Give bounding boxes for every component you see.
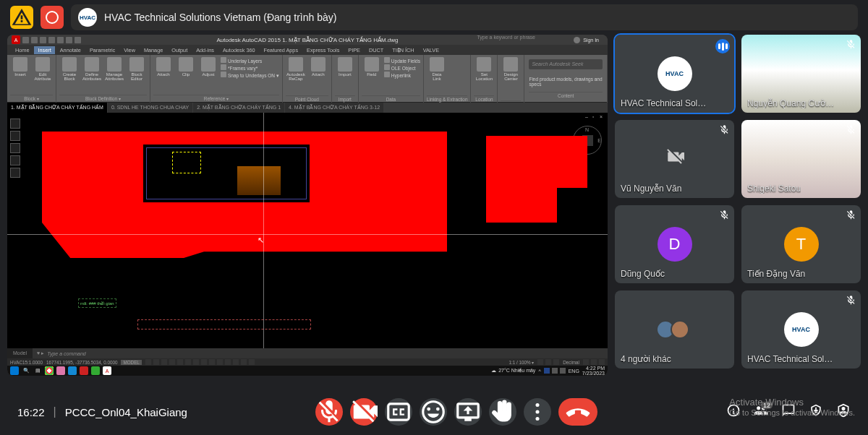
ribbon-tab[interactable]: Parametric [86, 47, 119, 53]
ribbon-tab[interactable]: Featured Apps [260, 47, 302, 53]
present-button[interactable] [454, 398, 482, 426]
ribbon-group[interactable]: DataLinkLinking & Extraction [424, 55, 471, 103]
captions-button[interactable] [385, 398, 412, 426]
canvas-window-buttons[interactable]: –▫× [585, 114, 605, 119]
drawing-canvas[interactable]: –▫× NE mã: ### thời gian ↖ [7, 113, 608, 348]
drawing-tab[interactable]: 0. SDNL HE THONG CHUA CHAY [108, 103, 192, 113]
status-icons[interactable] [145, 359, 255, 365]
ribbon-group[interactable]: Search Autodesk SeekFind product models,… [524, 55, 608, 103]
zalo-icon[interactable] [68, 366, 77, 375]
status-bar[interactable]: HVAC15:1.0000 167741.1995, -37736.5034, … [7, 358, 608, 366]
sign-in[interactable]: Sign In [574, 35, 599, 45]
ribbon-tab[interactable]: VALVE [420, 47, 443, 53]
drawing-annotation: mã: ### thời gian [78, 298, 116, 308]
start-icon[interactable] [10, 366, 19, 375]
ribbon-group[interactable]: AttachClipAdjustUnderlay Layers*Frames v… [150, 55, 283, 103]
participant-tile[interactable]: Shigeki Satou [741, 120, 861, 198]
ribbon-group[interactable]: CreateBlockDefineAttributesManageAttribu… [56, 55, 150, 103]
ribbon-tab[interactable]: TIỆN ÍCH [388, 47, 417, 53]
anno-scale[interactable]: 1:1 / 100% ▾ [509, 360, 534, 365]
company-logo: HVAC [658, 56, 692, 91]
drawing-tab[interactable]: 4. MẶT BẰNG CHỮA CHÁY TẦNG 3-12 [285, 103, 383, 113]
ribbon-tab[interactable]: Autodesk 360 [219, 47, 259, 53]
task-view-icon[interactable]: ▤ [33, 366, 42, 375]
participant-tile[interactable]: DDũng Quốc [615, 205, 734, 283]
app-icon[interactable] [91, 366, 100, 375]
language-indicator[interactable]: ENG [569, 369, 579, 374]
svg-point-2 [536, 417, 540, 421]
autocad-window: A Autodesk AutoCAD 2015 1. MẶT BẰNG CHỮA… [7, 35, 608, 376]
ribbon-group[interactable]: AutodeskReCapAttachPoint Cloud [283, 55, 332, 103]
ribbon-tab[interactable]: Express Tools [303, 47, 343, 53]
search-icon[interactable]: 🔍 [22, 366, 30, 375]
participant-tile[interactable]: HVACHVAC Technical Sol… [615, 35, 734, 113]
muted-icon [719, 124, 730, 137]
participant-tile[interactable]: HVACHVAC Technical Sol… [741, 290, 861, 369]
participant-tile[interactable]: 4 người khác [615, 290, 734, 369]
app-icon[interactable] [80, 366, 88, 375]
participant-tile[interactable]: TTiến Đặng Văn [741, 205, 861, 283]
clock[interactable]: 4:22 PM 7/23/2023 [582, 366, 605, 376]
ribbon-tab[interactable]: Insert [34, 46, 54, 54]
mic-button[interactable] [315, 398, 343, 426]
crosshair-h [7, 234, 608, 235]
autocad-taskbar-icon[interactable]: A [103, 366, 111, 375]
weather-widget[interactable]: ☁ 27°C Nhiều mây [491, 368, 535, 374]
chrome-icon[interactable] [45, 366, 54, 375]
muted-icon [719, 210, 730, 223]
crosshair-v [263, 113, 264, 348]
windows-taskbar[interactable]: 🔍 ▤ A ☁ 27°C Nhiều mây ^ ENG 4:22 PM 7/2… [7, 366, 608, 376]
ribbon-group[interactable]: DesignCenter [498, 55, 524, 103]
tool-palette[interactable] [10, 119, 22, 178]
ribbon-tab[interactable]: Manage [140, 47, 166, 53]
ribbon-tab[interactable]: View [120, 47, 139, 53]
more-button[interactable] [524, 398, 551, 426]
autocad-titlebar: A Autodesk AutoCAD 2015 1. MẶT BẰNG CHỮA… [7, 35, 608, 45]
ribbon-group[interactable]: ImportImport [332, 55, 359, 103]
ribbon-tabs[interactable]: HomeInsertAnnotateParametricViewManageOu… [7, 45, 608, 55]
speaking-icon [715, 39, 730, 53]
ribbon[interactable]: InsertEditAttributeBlock ▾CreateBlockDef… [7, 55, 608, 103]
participant-name: Dũng Quốc [621, 269, 665, 279]
record-button[interactable] [41, 6, 64, 29]
explorer-icon[interactable] [56, 366, 65, 375]
quick-access-toolbar[interactable]: A [12, 35, 81, 45]
ribbon-tab[interactable]: DUCT [365, 47, 387, 53]
raise-hand-button[interactable] [489, 398, 516, 426]
leave-button[interactable] [558, 398, 597, 426]
command-line[interactable]: Model ♥ ▸ Type a command [7, 348, 608, 358]
coordinates: 167741.1995, -37736.5034, 0.0000 [46, 360, 117, 365]
participant-name: Vũ Nguyễn Văn [621, 184, 681, 194]
avatar-letter: T [784, 227, 819, 262]
model-tab[interactable]: Model [7, 348, 33, 358]
space-mode[interactable]: MODEL [121, 360, 141, 365]
participant-tile[interactable]: Nguyễn Quang Cườ… [741, 35, 861, 113]
units[interactable]: Decimal [563, 360, 579, 365]
participant-name: HVAC Technical Sol… [747, 354, 833, 364]
ribbon-tab[interactable]: Output [168, 47, 191, 53]
drawing-tab[interactable]: 2. MẶT BẰNG CHỮA CHÁY TẦNG 1 [193, 103, 284, 113]
ribbon-tab[interactable]: Add-ins [192, 47, 218, 53]
file-tabs[interactable]: 1. MẶT BẰNG CHỮA CHÁY TẦNG HẦM0. SDNL HE… [7, 103, 608, 113]
ribbon-tab[interactable]: Annotate [56, 47, 85, 53]
reactions-button[interactable] [420, 398, 447, 426]
camera-button[interactable] [350, 398, 378, 426]
ribbon-tab[interactable]: Home [12, 47, 33, 53]
cursor: ↖ [258, 236, 264, 245]
ribbon-group[interactable]: SetLocationLocation [471, 55, 498, 103]
warning-button[interactable] [10, 6, 33, 29]
avatar-letter: D [658, 227, 692, 262]
cmd-prompt[interactable]: Type a command [47, 351, 86, 356]
presenter-pill[interactable]: HVAC HVAC Technical Solutions Vietnam (Đ… [71, 4, 858, 30]
participant-tile[interactable]: Vũ Nguyễn Văn [615, 120, 734, 198]
ribbon-tab[interactable]: PIPE [344, 47, 364, 53]
separator: | [54, 405, 56, 418]
ribbon-group[interactable]: FieldUpdate FieldsOLE ObjectHyperlinkDat… [359, 55, 424, 103]
ribbon-group[interactable]: InsertEditAttributeBlock ▾ [7, 55, 56, 103]
drawing-tab[interactable]: 1. MẶT BẰNG CHỮA CHÁY TẦNG HẦM [7, 103, 107, 113]
svg-point-1 [536, 410, 540, 413]
layer-indicator[interactable]: HVAC15:1.0000 [10, 360, 43, 365]
help-search[interactable]: Type a keyword or phrase [477, 35, 535, 45]
autocad-app-icon[interactable]: A [12, 35, 20, 44]
participant-name: Tiến Đặng Văn [747, 269, 805, 279]
